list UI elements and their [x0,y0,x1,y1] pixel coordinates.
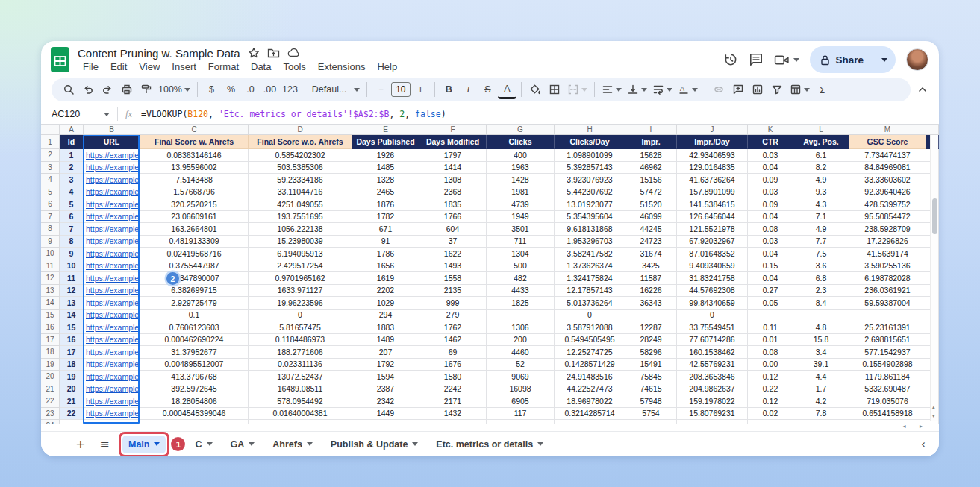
cell[interactable]: 19.96223596 [249,297,352,310]
cell-id[interactable]: 1 [60,149,84,162]
search-menus-icon[interactable] [59,81,78,99]
cell-id[interactable]: 11 [60,272,84,285]
cell[interactable]: 51520 [625,198,677,211]
cell[interactable]: 1782 [352,211,419,224]
cell[interactable]: 1963 [487,162,555,175]
cell-partial[interactable] [677,420,748,424]
row-number-4[interactable]: 4 [41,174,60,186]
cell[interactable]: 1179.861184 [849,371,926,383]
cell[interactable]: 0.02 [748,408,793,421]
cell[interactable]: 413.3796768 [140,371,249,383]
cell[interactable]: 57948 [625,395,677,408]
cell[interactable] [748,310,793,322]
cell[interactable]: 719.035076 [849,395,926,408]
cell[interactable]: 207 [352,346,419,359]
cell[interactable]: 7.734474137 [849,149,926,162]
share-button[interactable]: Share [810,46,896,73]
cell[interactable]: 9.409340659 [677,260,748,273]
cell-partial[interactable] [249,420,352,424]
cell[interactable]: 0.3755447987 [140,260,249,273]
cell[interactable]: 0.01640004381 [249,408,352,421]
cell[interactable]: 31.83241758 [677,272,748,285]
cell[interactable]: 0.1428571429 [555,359,625,371]
all-sheets-button[interactable]: ≡ [95,437,114,451]
cell-url-link[interactable]: https://example. [84,198,140,211]
cell[interactable]: 8.4 [793,297,849,310]
cell[interactable]: 0.04 [748,162,793,175]
cell-partial[interactable] [140,420,249,424]
cell[interactable]: 12.17857143 [555,285,625,298]
cell[interactable]: 2171 [419,395,487,408]
cell[interactable]: 3501 [487,223,555,236]
cell[interactable]: 6.382699715 [140,285,249,298]
cell[interactable]: 0.15 [748,260,793,273]
cell[interactable]: 1876 [352,198,419,211]
cell[interactable]: 58296 [625,346,677,359]
cell[interactable]: 0.3214285714 [555,408,625,421]
sheet-tab-publish-update[interactable]: Publish & Update [324,436,425,453]
cell[interactable]: 1926 [352,149,419,162]
undo-icon[interactable] [78,81,97,99]
cell[interactable]: 0.04 [748,272,793,285]
cell[interactable]: 1594 [352,371,419,383]
increase-decimal-button[interactable]: .00 [260,81,279,99]
cell[interactable]: 0.08 [748,223,793,236]
cell[interactable]: 42.93406593 [677,149,748,162]
cell[interactable]: 25.23161391 [849,321,926,334]
cell[interactable]: 1949 [487,211,555,224]
cell[interactable]: 69 [419,346,487,359]
cell[interactable]: 2387 [352,383,419,396]
italic-button[interactable]: I [459,81,478,99]
row-number-23[interactable]: 23 [41,408,60,421]
cell[interactable]: 15.8 [793,334,849,347]
cell[interactable]: 28249 [625,334,677,347]
cell-id[interactable]: 21 [60,395,84,408]
cell[interactable]: 31.37952677 [140,346,249,359]
column-letter-G[interactable]: G [487,125,555,135]
cell[interactable]: 671 [352,223,419,236]
cell-id[interactable]: 20 [60,383,84,396]
column-header-avg-pos-[interactable]: Avg. Pos. [793,135,849,149]
cell[interactable]: 4433 [487,285,555,298]
column-header-url[interactable]: URL [84,135,140,149]
cell[interactable]: 428.5399752 [849,198,926,211]
cell[interactable]: 4.9 [793,174,849,186]
cell-url-link[interactable]: https://example. [84,297,140,310]
column-header-ctr[interactable]: CTR [748,135,793,149]
cell[interactable]: 1580 [419,371,487,383]
cell[interactable]: 5.013736264 [555,297,625,310]
cell[interactable]: 0.09 [748,174,793,186]
cell-url-link[interactable]: https://example. [84,236,140,248]
cell-id[interactable]: 8 [60,236,84,248]
cell[interactable]: 0.2347890007 [140,272,249,285]
version-history-icon[interactable] [723,52,738,67]
cell[interactable]: 400 [487,149,555,162]
cell[interactable]: 0 [677,310,748,322]
column-letter-K[interactable]: K [748,125,793,135]
cell[interactable]: 1304 [487,248,555,260]
cell[interactable]: 75845 [625,371,677,383]
cell-id[interactable]: 12 [60,285,84,298]
cell[interactable]: 0.9701965162 [249,272,352,285]
column-letter-partial[interactable] [926,125,939,135]
cell[interactable]: 157.8901099 [677,186,748,199]
cell[interactable]: 44245 [625,223,677,236]
cell-id[interactable]: 17 [60,346,84,359]
fill-color-icon[interactable] [526,81,545,99]
decrease-decimal-button[interactable]: .0 [241,81,260,99]
sheet-tab-etc-metrics-or-details[interactable]: Etc. metrics or details [429,436,550,453]
cell[interactable]: 5754 [625,408,677,421]
cell-url-link[interactable]: https://example. [84,408,140,421]
cell[interactable]: 6.1 [793,149,849,162]
cell[interactable]: 84.84969081 [849,162,926,175]
sheet-tab-ahrefs[interactable]: Ahrefs [266,436,319,453]
cell[interactable]: 1462 [419,334,487,347]
cell[interactable]: 129.0164835 [677,162,748,175]
cell[interactable]: 1835 [419,198,487,211]
column-letter-D[interactable]: D [249,125,352,135]
cell[interactable]: 3425 [625,260,677,273]
cell-url-link[interactable]: https://example. [84,186,140,199]
cell[interactable]: 0.03 [748,236,793,248]
cell-partial[interactable] [625,420,677,424]
sheet-tab-caret-icon[interactable] [412,442,418,446]
